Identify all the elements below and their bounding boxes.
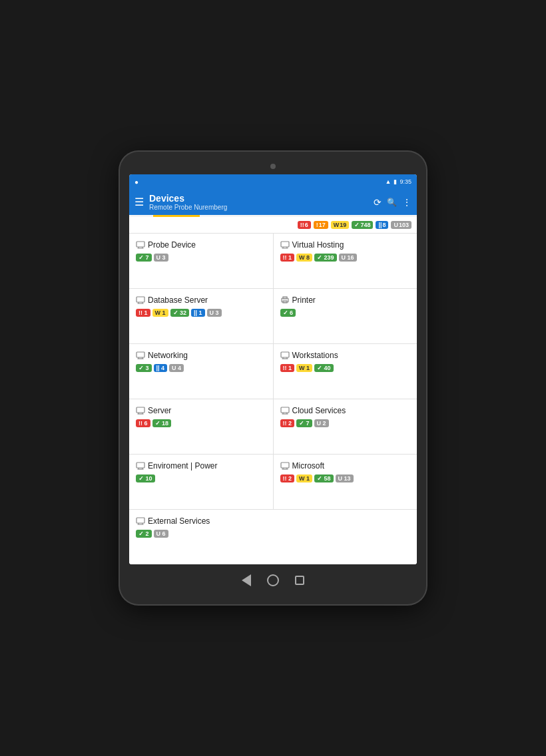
svg-rect-19: [281, 352, 289, 357]
badge-row: !! 1 W 1 ✓ 40: [280, 364, 411, 372]
page-title: Devices: [149, 193, 368, 204]
badge: U 3: [154, 254, 168, 262]
svg-rect-8: [136, 297, 144, 302]
badge-row: ✓ 6: [280, 309, 411, 317]
device-icon: [136, 351, 145, 360]
badge: W 8: [296, 254, 312, 262]
signal-icon: ●: [135, 178, 138, 186]
device-icon: [136, 240, 145, 250]
svg-rect-39: [136, 518, 144, 523]
menu-button[interactable]: ☰: [135, 196, 144, 208]
device-icon: [280, 461, 290, 471]
device-card-cloud-services[interactable]: Cloud Services !! 2 ✓ 7 U 2: [274, 399, 417, 454]
badge: W 1: [296, 474, 312, 482]
badge: !! 1: [280, 254, 295, 262]
app-bar-title: Devices Remote Probe Nuremberg: [149, 193, 368, 211]
badge: ✓ 2: [136, 530, 152, 538]
app-bar: ☰ Devices Remote Probe Nuremberg ⟳ 🔍 ⋮: [129, 189, 417, 215]
badge: ✓ 32: [170, 309, 190, 317]
home-button[interactable]: [260, 571, 286, 590]
svg-rect-0: [136, 242, 144, 247]
time: 9:35: [400, 178, 411, 185]
summary-row: !!6 !17 W19 ✓748 ||8 U103: [129, 217, 417, 234]
badge: U 6: [154, 530, 168, 538]
badge: !! 1: [136, 309, 150, 317]
badge-row: !! 2 W 1 ✓ 58 U 13: [280, 474, 411, 482]
badge-row: ✓ 3 || 4 U 4: [136, 364, 266, 372]
device-icon: [280, 240, 290, 250]
back-button[interactable]: [233, 571, 260, 590]
badge-row: ✓ 7 U 3: [136, 254, 266, 262]
device-icon: [280, 295, 290, 305]
badge: ✓ 7: [296, 419, 312, 427]
badge-row: ✓ 2 U 6: [136, 530, 410, 538]
badge: ✓ 58: [314, 474, 334, 482]
badge: W 1: [296, 364, 312, 372]
badge: ✓ 7: [136, 254, 152, 262]
summary-badge-error: !!6: [298, 221, 311, 229]
badge-row: !! 6 ✓ 18: [136, 419, 266, 427]
page-subtitle: Remote Probe Nuremberg: [149, 204, 368, 211]
summary-badge-paused: ||8: [376, 221, 388, 229]
badge: ✓ 18: [152, 419, 172, 427]
tablet-screen: ● ▲ ▮ 9:35 ☰ Devices Remote Probe Nuremb…: [129, 174, 417, 564]
more-button[interactable]: ⋮: [402, 197, 411, 208]
badge: ✓ 40: [314, 364, 334, 372]
badge: || 1: [191, 309, 205, 317]
status-bar: ● ▲ ▮ 9:35: [129, 174, 417, 189]
device-card-microsoft[interactable]: Microsoft !! 2 W 1 ✓ 58 U 13: [274, 455, 417, 509]
device-icon: [136, 461, 145, 471]
svg-rect-31: [136, 463, 144, 468]
svg-rect-4: [281, 242, 289, 247]
badge-row: !! 1 W 8 ✓ 239 U 16: [280, 254, 411, 262]
svg-rect-27: [281, 407, 289, 413]
badge: !! 1: [280, 364, 295, 372]
wifi-icon: ▲: [386, 178, 392, 185]
badge: ✓ 3: [136, 364, 152, 372]
badge: U 4: [169, 364, 184, 372]
summary-badge-warning: !17: [314, 221, 328, 229]
badge: U 2: [314, 419, 329, 427]
recents-button[interactable]: [286, 571, 313, 590]
device-icon: [136, 516, 145, 526]
device-card-environment-power[interactable]: Enviroment | Power ✓ 10: [129, 455, 273, 509]
badge: ✓ 239: [314, 254, 337, 262]
summary-badge-unusual: W19: [331, 221, 350, 229]
badge: W 1: [152, 309, 168, 317]
badge: ✓ 10: [136, 474, 155, 482]
device-icon: [280, 351, 290, 360]
device-icon: [136, 295, 145, 305]
badge: !! 2: [280, 474, 295, 482]
summary-badge-unknown: U103: [391, 221, 411, 229]
tablet-frame: ● ▲ ▮ 9:35 ☰ Devices Remote Probe Nuremb…: [120, 152, 426, 604]
battery-icon: ▮: [394, 178, 397, 185]
badge: !! 2: [280, 419, 295, 427]
device-card-virtual-hosting[interactable]: Virtual Hosting !! 1 W 8 ✓ 239 U 16: [274, 234, 417, 288]
search-button[interactable]: 🔍: [387, 198, 397, 207]
badge: !! 6: [136, 419, 150, 427]
svg-rect-23: [136, 407, 144, 413]
svg-rect-35: [281, 463, 289, 468]
badge: ✓ 6: [280, 309, 296, 317]
device-card-workstations[interactable]: Workstations !! 1 W 1 ✓ 40: [274, 344, 417, 399]
badge-row: ✓ 10: [136, 474, 266, 482]
device-card-server[interactable]: Server !! 6 ✓ 18: [129, 399, 273, 454]
badge: U 16: [339, 254, 357, 262]
devices-grid: Probe Device ✓ 7 U 3 Virtual Hosting !! …: [129, 234, 417, 564]
device-card-database-server[interactable]: Database Server !! 1 W 1 ✓ 32 || 1 U 3: [129, 289, 273, 343]
device-icon: [136, 406, 145, 415]
bottom-nav: [233, 568, 313, 592]
refresh-button[interactable]: ⟳: [374, 197, 382, 208]
device-card-printer[interactable]: Printer ✓ 6: [274, 289, 417, 343]
svg-rect-15: [136, 352, 144, 357]
badge-row: !! 1 W 1 ✓ 32 || 1 U 3: [136, 309, 266, 317]
device-icon: [280, 406, 290, 415]
summary-badge-ok: ✓748: [352, 221, 373, 229]
device-card-networking[interactable]: Networking ✓ 3 || 4 U 4: [129, 344, 273, 399]
device-card-external-services[interactable]: External Services ✓ 2 U 6: [129, 510, 417, 564]
app-bar-actions: ⟳ 🔍 ⋮: [374, 197, 411, 208]
badge: U 13: [336, 474, 354, 482]
badge-row: !! 2 ✓ 7 U 2: [280, 419, 411, 427]
camera: [270, 164, 276, 169]
device-card-probe-device[interactable]: Probe Device ✓ 7 U 3: [129, 234, 273, 288]
